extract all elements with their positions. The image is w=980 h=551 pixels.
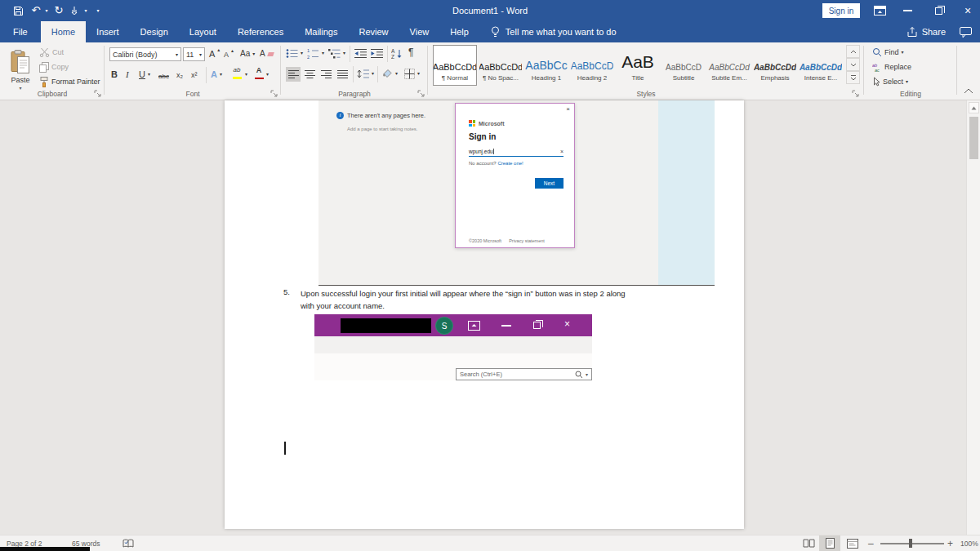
multilevel-list-button[interactable]: ▾ <box>328 47 345 60</box>
tell-me-box[interactable]: Tell me what you want to do <box>491 21 617 42</box>
web-layout-button[interactable] <box>842 535 863 551</box>
feedback-button[interactable] <box>960 21 972 42</box>
tab-home[interactable]: Home <box>41 21 86 42</box>
tab-file[interactable]: File <box>0 21 41 42</box>
grow-font-button[interactable]: A▴ <box>209 47 220 60</box>
svg-text:1: 1 <box>307 48 310 53</box>
proofing-status[interactable] <box>122 535 134 551</box>
style-heading-1[interactable]: AaBbCc Heading 1 <box>524 45 568 86</box>
zoom-slider-track[interactable] <box>880 543 944 544</box>
increase-indent-button[interactable] <box>371 47 383 60</box>
change-case-button[interactable]: Aa▾ <box>240 47 255 60</box>
vertical-scrollbar[interactable] <box>966 100 980 535</box>
borders-button[interactable]: ▾ <box>404 67 420 80</box>
font-dialog-launcher[interactable] <box>270 90 278 98</box>
tab-help[interactable]: Help <box>439 21 479 42</box>
ribbon-display-options-button[interactable] <box>867 0 892 21</box>
paste-button[interactable]: Paste ▾ <box>5 45 36 96</box>
embedded-image-onenote-signin[interactable]: i There aren't any pages here. Add a pag… <box>318 100 715 286</box>
bullets-button[interactable]: ▾ <box>286 47 303 60</box>
align-right-button[interactable] <box>318 67 333 82</box>
superscript-button[interactable]: x² <box>191 69 198 82</box>
text-effects-button[interactable]: A▾ <box>211 68 222 81</box>
style-subtle-emphasis[interactable]: AaBbCcDd Subtle Em... <box>707 45 751 86</box>
find-button[interactable]: Find ▾ <box>872 46 904 59</box>
svg-text:A: A <box>391 48 395 54</box>
style-emphasis[interactable]: AaBbCcDd Emphasis <box>753 45 797 86</box>
line-spacing-button[interactable]: ▾ <box>357 67 374 80</box>
replace-button[interactable]: abac Replace <box>872 60 911 73</box>
italic-button[interactable]: I <box>126 68 129 81</box>
document-page[interactable]: i There aren't any pages here. Add a pag… <box>225 100 744 529</box>
styles-scroll-up-button[interactable] <box>846 45 860 58</box>
zoom-level[interactable]: 100% <box>960 535 978 551</box>
style-subtitle[interactable]: AaBbCcD Subtitle <box>662 45 706 86</box>
shading-button[interactable]: ▾ <box>381 67 398 80</box>
copy-button[interactable]: Copy <box>39 60 69 73</box>
scrollbar-thumb[interactable] <box>969 117 978 159</box>
align-left-button[interactable] <box>286 67 301 82</box>
subscript-button[interactable]: x₂ <box>176 69 183 82</box>
style-name: Intense E... <box>800 74 842 82</box>
embedded-image-onenote-titlebar[interactable]: S × Search (Ctrl+E) ▾ <box>314 314 592 380</box>
format-painter-button[interactable]: Format Painter <box>39 75 100 88</box>
strikethrough-button[interactable]: abc <box>158 69 169 82</box>
tab-references[interactable]: References <box>227 21 294 42</box>
sort-button[interactable]: AZ <box>391 47 403 60</box>
print-layout-button[interactable] <box>819 535 840 551</box>
font-name-combo[interactable]: Calibri (Body) ▾ <box>109 47 181 61</box>
shrink-font-button[interactable]: A▴ <box>224 48 234 61</box>
zoom-in-button[interactable]: + <box>947 535 953 551</box>
clear-formatting-button[interactable]: A <box>260 47 274 60</box>
styles-scroll-down-button[interactable] <box>846 58 860 71</box>
tab-design[interactable]: Design <box>130 21 179 42</box>
font-color-dropdown[interactable]: ▾ <box>266 68 269 81</box>
numbered-list-icon: 12 <box>307 48 319 59</box>
minimize-button[interactable] <box>895 0 920 21</box>
align-center-button[interactable] <box>302 67 317 82</box>
restore-button[interactable] <box>926 0 951 21</box>
underline-button[interactable]: U▾ <box>139 68 150 81</box>
zoom-out-button[interactable]: – <box>868 535 874 551</box>
no-account-text: No account? <box>469 161 497 166</box>
justify-icon <box>337 69 348 79</box>
select-button[interactable]: Select ▾ <box>872 75 908 88</box>
zoom-slider-thumb[interactable] <box>909 539 912 548</box>
paragraph-dialog-launcher[interactable] <box>417 90 425 98</box>
style-normal[interactable]: AaBbCcDd ¶ Normal <box>433 45 477 86</box>
share-button[interactable]: Share <box>906 21 946 42</box>
font-size-combo[interactable]: 11 ▾ <box>183 47 205 61</box>
style-preview: AaBbCcD <box>571 46 613 72</box>
scroll-up-button[interactable] <box>969 102 979 113</box>
share-icon <box>906 26 918 38</box>
tab-layout[interactable]: Layout <box>179 21 227 42</box>
read-mode-button[interactable] <box>798 535 819 551</box>
style-title[interactable]: AaB Title <box>616 45 660 86</box>
tab-insert[interactable]: Insert <box>86 21 130 42</box>
bold-button[interactable]: B <box>111 68 118 81</box>
tab-view[interactable]: View <box>399 21 440 42</box>
style-name: Subtle Em... <box>708 74 751 82</box>
style-no-spacing[interactable]: AaBbCcDd ¶ No Spac... <box>479 45 523 86</box>
styles-dialog-launcher[interactable] <box>852 90 860 98</box>
style-intense-emphasis[interactable]: AaBbCcDd Intense E... <box>799 45 843 86</box>
font-color-button[interactable]: A <box>253 66 265 79</box>
collapse-ribbon-button[interactable] <box>964 88 975 96</box>
decrease-indent-button[interactable] <box>354 47 367 60</box>
tab-review[interactable]: Review <box>349 21 399 42</box>
editing-group: Find ▾ abac Replace Select ▾ Editing <box>864 42 957 100</box>
document-canvas[interactable]: i There aren't any pages here. Add a pag… <box>0 100 966 535</box>
close-button[interactable]: × <box>956 0 980 21</box>
clipboard-dialog-launcher[interactable] <box>94 90 102 98</box>
style-heading-2[interactable]: AaBbCcD Heading 2 <box>570 45 614 86</box>
styles-gallery-more-button[interactable] <box>846 71 860 84</box>
text-highlight-button[interactable]: ab <box>230 66 243 79</box>
text-highlight-dropdown[interactable]: ▾ <box>245 68 247 81</box>
show-hide-marks-button[interactable]: ¶ <box>408 46 413 59</box>
numbering-button[interactable]: 12 ▾ <box>307 47 324 60</box>
tab-label: Design <box>140 27 168 37</box>
sign-in-button[interactable]: Sign in <box>822 3 860 18</box>
cut-button[interactable]: Cut <box>39 46 64 59</box>
justify-button[interactable] <box>335 67 350 82</box>
tab-mailings[interactable]: Mailings <box>294 21 348 42</box>
